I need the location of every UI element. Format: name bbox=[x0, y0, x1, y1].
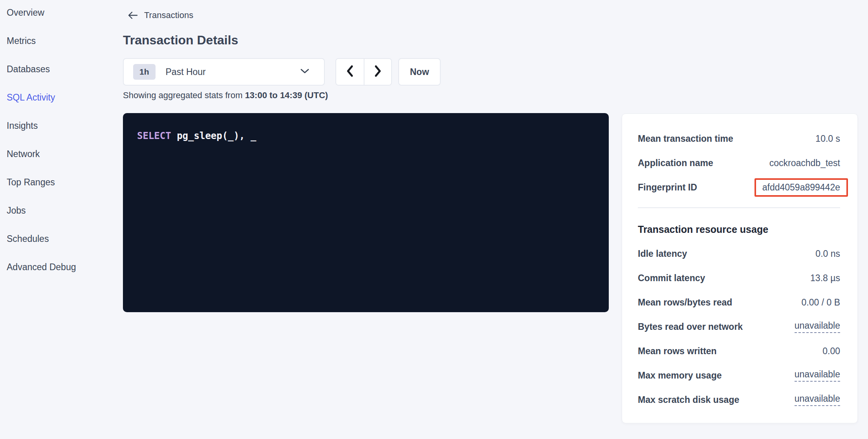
aggregated-stats-caption: Showing aggregated stats from 13:00 to 1… bbox=[123, 90, 328, 101]
resource-usage-subtitle: Transaction resource usage bbox=[638, 224, 840, 235]
stat-value: cockroachdb_test bbox=[769, 158, 840, 168]
sql-body: pg_sleep(_), _ bbox=[171, 130, 256, 141]
sidebar-item-metrics[interactable]: Metrics bbox=[7, 27, 113, 55]
stat-label: Fingerprint ID bbox=[638, 182, 697, 193]
stat-value: 0.0 ns bbox=[815, 249, 840, 259]
caption-time-range: 13:00 to 14:39 (UTC) bbox=[245, 90, 328, 100]
chevron-right-icon bbox=[373, 64, 383, 79]
stat-value: 0.00 / 0 B bbox=[802, 297, 840, 308]
time-shift-buttons bbox=[335, 58, 392, 86]
stat-row-mean-transaction-time: Mean transaction time 10.0 s bbox=[638, 126, 840, 151]
page-title: Transaction Details bbox=[123, 33, 238, 48]
stat-label: Bytes read over network bbox=[638, 322, 743, 332]
stat-row-max-scratch-disk-usage: Max scratch disk usage unavailable bbox=[638, 388, 840, 412]
fingerprint-id-value-highlighted: afdd4059a899442e bbox=[754, 178, 848, 197]
stat-row-mean-rows-written: Mean rows written 0.00 bbox=[638, 339, 840, 363]
sidebar-item-advanced-debug[interactable]: Advanced Debug bbox=[7, 253, 113, 281]
stat-label: Mean rows written bbox=[638, 346, 717, 357]
caption-prefix: Showing aggregated stats from bbox=[123, 90, 245, 100]
sidebar-item-jobs[interactable]: Jobs bbox=[7, 196, 113, 225]
resource-usage-rows: Idle latency 0.0 ns Commit latency 13.8 … bbox=[638, 241, 840, 412]
stat-row-bytes-read-over-network: Bytes read over network unavailable bbox=[638, 315, 840, 339]
sidebar-item-schedules[interactable]: Schedules bbox=[7, 225, 113, 253]
card-divider bbox=[638, 207, 840, 208]
sidebar-item-network[interactable]: Network bbox=[7, 140, 113, 168]
time-range-badge: 1h bbox=[133, 64, 156, 80]
stat-row-mean-rows-bytes-read: Mean rows/bytes read 0.00 / 0 B bbox=[638, 290, 840, 315]
stat-value: 0.00 bbox=[822, 346, 840, 357]
sidebar-item-insights[interactable]: Insights bbox=[7, 112, 113, 140]
stat-row-application-name: Application name cockroachdb_test bbox=[638, 151, 840, 175]
stat-row-commit-latency: Commit latency 13.8 µs bbox=[638, 266, 840, 290]
time-picker-row: 1h Past Hour bbox=[123, 58, 441, 86]
sql-statement-box: SELECT pg_sleep(_), _ bbox=[123, 113, 609, 312]
stat-value: 13.8 µs bbox=[810, 273, 840, 284]
stat-value: 10.0 s bbox=[815, 134, 840, 144]
sidebar-item-overview[interactable]: Overview bbox=[7, 0, 113, 27]
time-range-label: Past Hour bbox=[166, 67, 300, 77]
stat-label: Max memory usage bbox=[638, 370, 722, 381]
breadcrumb-label: Transactions bbox=[144, 10, 193, 20]
next-time-button[interactable] bbox=[364, 59, 391, 85]
sidebar-item-sql-activity[interactable]: SQL Activity bbox=[7, 83, 113, 112]
sql-keyword: SELECT bbox=[137, 130, 171, 141]
stat-label: Idle latency bbox=[638, 249, 687, 259]
time-range-dropdown[interactable]: 1h Past Hour bbox=[123, 58, 325, 86]
sidebar-item-databases[interactable]: Databases bbox=[7, 55, 113, 83]
stat-label: Mean transaction time bbox=[638, 134, 733, 144]
stat-value-unavailable[interactable]: unavailable bbox=[795, 369, 840, 382]
transaction-details-page: Overview Metrics Databases SQL Activity … bbox=[0, 0, 868, 439]
stat-row-max-memory-usage: Max memory usage unavailable bbox=[638, 363, 840, 388]
sql-statement-text: SELECT pg_sleep(_), _ bbox=[137, 130, 595, 141]
stat-value-unavailable[interactable]: unavailable bbox=[795, 320, 840, 333]
sidebar-item-top-ranges[interactable]: Top Ranges bbox=[7, 168, 113, 196]
transaction-details-card: Mean transaction time 10.0 s Application… bbox=[622, 113, 858, 423]
stat-row-idle-latency: Idle latency 0.0 ns bbox=[638, 241, 840, 266]
sidebar-nav: Overview Metrics Databases SQL Activity … bbox=[7, 0, 113, 281]
stat-label: Mean rows/bytes read bbox=[638, 297, 732, 308]
stat-row-fingerprint-id: Fingerprint ID afdd4059a899442e bbox=[638, 175, 840, 199]
back-to-transactions-link[interactable]: Transactions bbox=[128, 10, 193, 20]
stat-value-unavailable[interactable]: unavailable bbox=[795, 393, 840, 406]
chevron-left-icon bbox=[345, 64, 355, 79]
stat-label: Commit latency bbox=[638, 273, 705, 284]
stat-label: Application name bbox=[638, 158, 713, 168]
chevron-down-icon bbox=[300, 68, 315, 76]
previous-time-button[interactable] bbox=[336, 59, 364, 85]
back-arrow-icon bbox=[128, 11, 138, 20]
now-button[interactable]: Now bbox=[398, 58, 441, 86]
stat-label: Max scratch disk usage bbox=[638, 395, 739, 405]
